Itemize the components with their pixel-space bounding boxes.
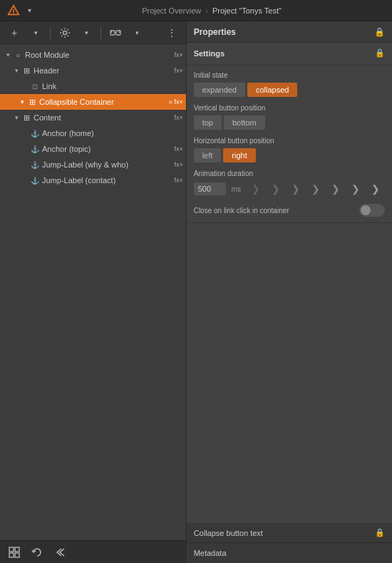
settings-dropdown[interactable]: ▾ (78, 24, 95, 41)
animation-duration-label: Animation duration (194, 170, 385, 177)
initial-state-options: expanded collapsed (194, 83, 385, 97)
toggle-knob (361, 205, 371, 215)
collapsible-badge: = fx× (169, 98, 183, 105)
close-on-link-row: Close on link click in container (194, 204, 385, 217)
tree-toggle-root[interactable]: ▾ (3, 50, 13, 60)
root-module-label: Root Module (25, 51, 171, 59)
properties-lock-icon[interactable]: 🔒 (374, 27, 385, 37)
anchor-topic-label: Anchor (topic) (42, 145, 171, 153)
left-panel: + ▾ ▾ ▾ ⋮ (0, 21, 187, 563)
link-dropdown[interactable]: ▾ (128, 24, 145, 41)
vertical-top-button[interactable]: top (194, 115, 222, 130)
toolbar-divider-1 (50, 26, 51, 39)
initial-state-expanded[interactable]: expanded (194, 83, 245, 97)
animation-duration-input[interactable] (194, 182, 226, 195)
header-icon: ⊞ (21, 66, 31, 76)
vertical-position-row: Vertical button position top bottom (194, 104, 385, 130)
vertical-bottom-button[interactable]: bottom (224, 115, 265, 130)
breadcrumb: Project Overview › Project "Tonys Test" (37, 6, 386, 15)
tree-item-header[interactable]: ▾ ⊞ Header fx× (0, 63, 186, 78)
animation-duration-unit: ms (232, 185, 241, 193)
breadcrumb-project[interactable]: Project Overview (142, 6, 201, 15)
collapse-button-text-label: Collapse button text (194, 529, 375, 537)
tree-toggle-content[interactable]: ▾ (11, 113, 21, 123)
initial-state-row: Initial state expanded collapsed (194, 71, 385, 97)
settings-lock-icon[interactable]: 🔒 (375, 48, 385, 58)
jump-who-label: Jump-Label (why & who) (42, 160, 171, 169)
arrow-2: ❯ (267, 181, 285, 197)
tree-item-link[interactable]: ⊡ Link (0, 78, 186, 94)
horizontal-right-button[interactable]: right (223, 148, 255, 162)
toolbar-divider-2 (100, 26, 101, 39)
undo-button[interactable] (29, 544, 46, 561)
animation-duration-row: Animation duration ms ❯ ❯ ❯ ❯ ❯ ❯ ❯ (194, 170, 385, 197)
tree-item-root-module[interactable]: ▾ ○ Root Module fx× (0, 47, 186, 63)
app-logo[interactable] (6, 3, 21, 19)
dropdown-arrow[interactable]: ▾ (21, 3, 37, 19)
panel-content: Settings 🔒 Initial state expanded collap… (187, 43, 392, 523)
back-button[interactable] (51, 544, 68, 561)
anchor-topic-icon: ⚓ (30, 144, 40, 154)
metadata-label: Metadata (194, 549, 227, 557)
tree-toolbar: + ▾ ▾ ▾ ⋮ (0, 21, 186, 44)
more-options[interactable]: ⋮ (163, 24, 180, 41)
metadata-section: Metadata (187, 543, 392, 563)
tree-item-anchor-topic[interactable]: ⚓ Anchor (topic) fx× (0, 141, 186, 157)
arrow-4: ❯ (306, 181, 325, 197)
horizontal-position-row: Horizontal button position left right (194, 137, 385, 162)
initial-state-section: Initial state expanded collapsed Vertica… (187, 66, 392, 223)
tree-toggle-jump-who (20, 160, 30, 170)
jump-who-icon: ⚓ (30, 160, 40, 170)
tree-toggle-anchor-topic (20, 144, 30, 154)
tree-toggle-collapsible[interactable]: ▾ (17, 97, 27, 107)
jump-contact-badge: fx× (174, 177, 182, 184)
svg-rect-8 (15, 547, 19, 552)
arrow-1: ❯ (247, 181, 265, 197)
svg-rect-7 (9, 547, 14, 552)
close-on-link-toggle[interactable] (359, 204, 385, 217)
add-button[interactable]: + (6, 24, 23, 41)
collapsible-dot (9, 99, 14, 105)
tree-toggle-link (20, 81, 30, 91)
add-dropdown[interactable]: ▾ (27, 24, 44, 41)
tree-item-anchor-home[interactable]: ⚓ Anchor (home) (0, 125, 186, 141)
anchor-topic-badge: fx× (174, 145, 182, 153)
jump-who-badge: fx× (174, 161, 182, 168)
horizontal-left-button[interactable]: left (194, 148, 222, 162)
content-badge: fx× (174, 114, 182, 121)
settings-button[interactable] (56, 24, 73, 41)
settings-title: Settings 🔒 (194, 48, 385, 58)
tree-item-collapsible[interactable]: ▾ ⊞ Collapsible Container = fx× (0, 94, 186, 110)
svg-rect-9 (9, 553, 14, 557)
anchor-home-icon: ⚓ (30, 128, 40, 138)
content-icon: ⊞ (21, 113, 31, 123)
link-label: Link (42, 82, 183, 91)
breadcrumb-current: Project "Tonys Test" (212, 6, 282, 15)
grid-button[interactable] (6, 544, 23, 561)
animation-arrows: ❯ ❯ ❯ ❯ ❯ ❯ ❯ (247, 181, 385, 197)
arrow-3: ❯ (287, 181, 305, 197)
tree-item-content[interactable]: ▾ ⊞ Content fx× (0, 110, 186, 125)
panel-footer: Collapse button text 🔒 Metadata (187, 523, 392, 563)
link-button[interactable] (107, 24, 124, 41)
bottom-bar (0, 540, 186, 563)
initial-state-collapsed[interactable]: collapsed (247, 83, 297, 97)
collapse-button-text-lock[interactable]: 🔒 (375, 528, 385, 537)
svg-point-2 (13, 13, 14, 14)
close-on-link-label: Close on link click in container (194, 207, 359, 215)
tree-toggle-anchor-home (20, 128, 30, 138)
properties-header: Properties 🔒 (187, 21, 392, 43)
tree-toggle-header[interactable]: ▾ (11, 66, 21, 76)
anchor-home-label: Anchor (home) (42, 129, 183, 138)
content-label: Content (33, 113, 171, 122)
collapsible-icon: ⊞ (27, 97, 37, 107)
horizontal-position-options: left right (194, 148, 385, 162)
tree-item-jump-contact[interactable]: ⚓ Jump-Label (contact) fx× (0, 172, 186, 188)
tree-view: ▾ ○ Root Module fx× ▾ ⊞ Header fx× ⊡ Lin… (0, 44, 186, 540)
arrow-6: ❯ (346, 181, 365, 197)
vertical-position-label: Vertical button position (194, 104, 385, 112)
tree-item-jump-who[interactable]: ⚓ Jump-Label (why & who) fx× (0, 157, 186, 172)
horizontal-position-label: Horizontal button position (194, 137, 385, 145)
top-bar: ▾ Project Overview › Project "Tonys Test… (0, 0, 392, 21)
collapsible-label: Collapsible Container (39, 98, 166, 106)
